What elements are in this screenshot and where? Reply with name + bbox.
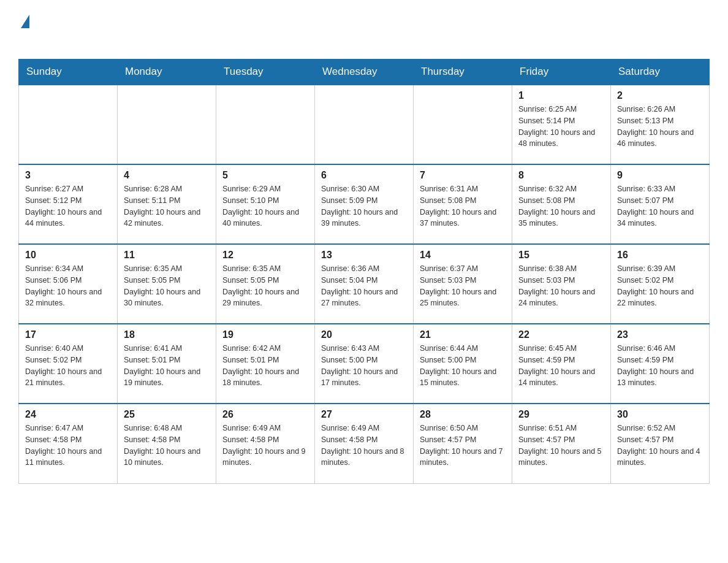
calendar-cell: 26Sunrise: 6:49 AM Sunset: 4:58 PM Dayli… [216, 404, 315, 483]
day-info: Sunrise: 6:43 AM Sunset: 5:00 PM Dayligh… [321, 343, 407, 389]
calendar-cell: 21Sunrise: 6:44 AM Sunset: 5:00 PM Dayli… [414, 324, 512, 404]
calendar-cell: 24Sunrise: 6:47 AM Sunset: 4:58 PM Dayli… [19, 404, 118, 483]
calendar-cell: 2Sunrise: 6:26 AM Sunset: 5:13 PM Daylig… [611, 85, 710, 164]
calendar-cell: 15Sunrise: 6:38 AM Sunset: 5:03 PM Dayli… [512, 244, 611, 324]
day-info: Sunrise: 6:33 AM Sunset: 5:07 PM Dayligh… [617, 183, 703, 229]
calendar-cell: 12Sunrise: 6:35 AM Sunset: 5:05 PM Dayli… [216, 244, 315, 324]
day-number: 24 [25, 409, 111, 420]
calendar-cell: 25Sunrise: 6:48 AM Sunset: 4:58 PM Dayli… [118, 404, 216, 483]
calendar-week-row: 10Sunrise: 6:34 AM Sunset: 5:06 PM Dayli… [19, 244, 710, 324]
day-number: 17 [25, 329, 111, 340]
day-number: 4 [124, 170, 210, 181]
page-header [18, 12, 710, 47]
day-number: 28 [420, 409, 506, 420]
logo [18, 12, 29, 47]
day-info: Sunrise: 6:25 AM Sunset: 5:14 PM Dayligh… [518, 104, 604, 150]
day-number: 22 [518, 329, 604, 340]
calendar-day-header: Sunday [19, 59, 118, 85]
calendar-cell: 14Sunrise: 6:37 AM Sunset: 5:03 PM Dayli… [414, 244, 512, 324]
day-info: Sunrise: 6:42 AM Sunset: 5:01 PM Dayligh… [222, 343, 308, 389]
day-info: Sunrise: 6:31 AM Sunset: 5:08 PM Dayligh… [420, 183, 506, 229]
calendar-day-header: Saturday [611, 59, 710, 85]
calendar-cell: 7Sunrise: 6:31 AM Sunset: 5:08 PM Daylig… [414, 164, 512, 244]
calendar-cell: 1Sunrise: 6:25 AM Sunset: 5:14 PM Daylig… [512, 85, 611, 164]
day-number: 2 [617, 90, 703, 101]
day-info: Sunrise: 6:52 AM Sunset: 4:57 PM Dayligh… [617, 423, 703, 469]
day-info: Sunrise: 6:37 AM Sunset: 5:03 PM Dayligh… [420, 263, 506, 309]
calendar-cell [19, 85, 118, 164]
day-number: 6 [321, 170, 407, 181]
calendar-cell: 28Sunrise: 6:50 AM Sunset: 4:57 PM Dayli… [414, 404, 512, 483]
calendar-day-header: Thursday [414, 59, 512, 85]
day-info: Sunrise: 6:40 AM Sunset: 5:02 PM Dayligh… [25, 343, 111, 389]
calendar-cell: 8Sunrise: 6:32 AM Sunset: 5:08 PM Daylig… [512, 164, 611, 244]
day-info: Sunrise: 6:39 AM Sunset: 5:02 PM Dayligh… [617, 263, 703, 309]
calendar-cell: 20Sunrise: 6:43 AM Sunset: 5:00 PM Dayli… [315, 324, 414, 404]
day-number: 7 [420, 170, 506, 181]
day-number: 20 [321, 329, 407, 340]
calendar-cell: 19Sunrise: 6:42 AM Sunset: 5:01 PM Dayli… [216, 324, 315, 404]
day-number: 18 [124, 329, 210, 340]
calendar-cell: 18Sunrise: 6:41 AM Sunset: 5:01 PM Dayli… [118, 324, 216, 404]
day-info: Sunrise: 6:36 AM Sunset: 5:04 PM Dayligh… [321, 263, 407, 309]
day-info: Sunrise: 6:48 AM Sunset: 4:58 PM Dayligh… [124, 423, 210, 469]
day-info: Sunrise: 6:34 AM Sunset: 5:06 PM Dayligh… [25, 263, 111, 309]
day-number: 11 [124, 250, 210, 261]
day-info: Sunrise: 6:44 AM Sunset: 5:00 PM Dayligh… [420, 343, 506, 389]
calendar-day-header: Monday [118, 59, 216, 85]
day-number: 10 [25, 250, 111, 261]
calendar-day-header: Tuesday [216, 59, 315, 85]
calendar-cell [118, 85, 216, 164]
calendar-cell: 10Sunrise: 6:34 AM Sunset: 5:06 PM Dayli… [19, 244, 118, 324]
day-info: Sunrise: 6:30 AM Sunset: 5:09 PM Dayligh… [321, 183, 407, 229]
calendar-cell: 30Sunrise: 6:52 AM Sunset: 4:57 PM Dayli… [611, 404, 710, 483]
day-number: 8 [518, 170, 604, 181]
day-info: Sunrise: 6:26 AM Sunset: 5:13 PM Dayligh… [617, 104, 703, 150]
calendar-cell: 9Sunrise: 6:33 AM Sunset: 5:07 PM Daylig… [611, 164, 710, 244]
calendar-cell: 11Sunrise: 6:35 AM Sunset: 5:05 PM Dayli… [118, 244, 216, 324]
day-info: Sunrise: 6:35 AM Sunset: 5:05 PM Dayligh… [124, 263, 210, 309]
day-number: 19 [222, 329, 308, 340]
calendar-cell: 23Sunrise: 6:46 AM Sunset: 4:59 PM Dayli… [611, 324, 710, 404]
day-info: Sunrise: 6:27 AM Sunset: 5:12 PM Dayligh… [25, 183, 111, 229]
day-info: Sunrise: 6:49 AM Sunset: 4:58 PM Dayligh… [321, 423, 407, 469]
calendar-cell: 13Sunrise: 6:36 AM Sunset: 5:04 PM Dayli… [315, 244, 414, 324]
day-number: 25 [124, 409, 210, 420]
day-number: 29 [518, 409, 604, 420]
calendar-week-row: 24Sunrise: 6:47 AM Sunset: 4:58 PM Dayli… [19, 404, 710, 483]
day-info: Sunrise: 6:47 AM Sunset: 4:58 PM Dayligh… [25, 423, 111, 469]
day-number: 15 [518, 250, 604, 261]
calendar-cell: 29Sunrise: 6:51 AM Sunset: 4:57 PM Dayli… [512, 404, 611, 483]
calendar-cell [315, 85, 414, 164]
day-info: Sunrise: 6:35 AM Sunset: 5:05 PM Dayligh… [222, 263, 308, 309]
day-number: 14 [420, 250, 506, 261]
calendar-cell [414, 85, 512, 164]
day-info: Sunrise: 6:29 AM Sunset: 5:10 PM Dayligh… [222, 183, 308, 229]
calendar-cell: 5Sunrise: 6:29 AM Sunset: 5:10 PM Daylig… [216, 164, 315, 244]
day-number: 5 [222, 170, 308, 181]
day-number: 23 [617, 329, 703, 340]
day-info: Sunrise: 6:51 AM Sunset: 4:57 PM Dayligh… [518, 423, 604, 469]
day-info: Sunrise: 6:46 AM Sunset: 4:59 PM Dayligh… [617, 343, 703, 389]
calendar-day-header: Wednesday [315, 59, 414, 85]
day-number: 21 [420, 329, 506, 340]
calendar-day-header: Friday [512, 59, 611, 85]
calendar-cell: 22Sunrise: 6:45 AM Sunset: 4:59 PM Dayli… [512, 324, 611, 404]
calendar-week-row: 17Sunrise: 6:40 AM Sunset: 5:02 PM Dayli… [19, 324, 710, 404]
day-number: 12 [222, 250, 308, 261]
calendar-cell: 16Sunrise: 6:39 AM Sunset: 5:02 PM Dayli… [611, 244, 710, 324]
day-info: Sunrise: 6:49 AM Sunset: 4:58 PM Dayligh… [222, 423, 308, 469]
calendar-week-row: 3Sunrise: 6:27 AM Sunset: 5:12 PM Daylig… [19, 164, 710, 244]
day-info: Sunrise: 6:32 AM Sunset: 5:08 PM Dayligh… [518, 183, 604, 229]
day-number: 1 [518, 90, 604, 101]
day-info: Sunrise: 6:45 AM Sunset: 4:59 PM Dayligh… [518, 343, 604, 389]
day-info: Sunrise: 6:41 AM Sunset: 5:01 PM Dayligh… [124, 343, 210, 389]
calendar-cell: 6Sunrise: 6:30 AM Sunset: 5:09 PM Daylig… [315, 164, 414, 244]
logo-blue-text [20, 27, 21, 46]
day-number: 27 [321, 409, 407, 420]
calendar-cell: 3Sunrise: 6:27 AM Sunset: 5:12 PM Daylig… [19, 164, 118, 244]
day-info: Sunrise: 6:28 AM Sunset: 5:11 PM Dayligh… [124, 183, 210, 229]
calendar-header-row: SundayMondayTuesdayWednesdayThursdayFrid… [19, 59, 710, 85]
day-number: 13 [321, 250, 407, 261]
day-number: 30 [617, 409, 703, 420]
